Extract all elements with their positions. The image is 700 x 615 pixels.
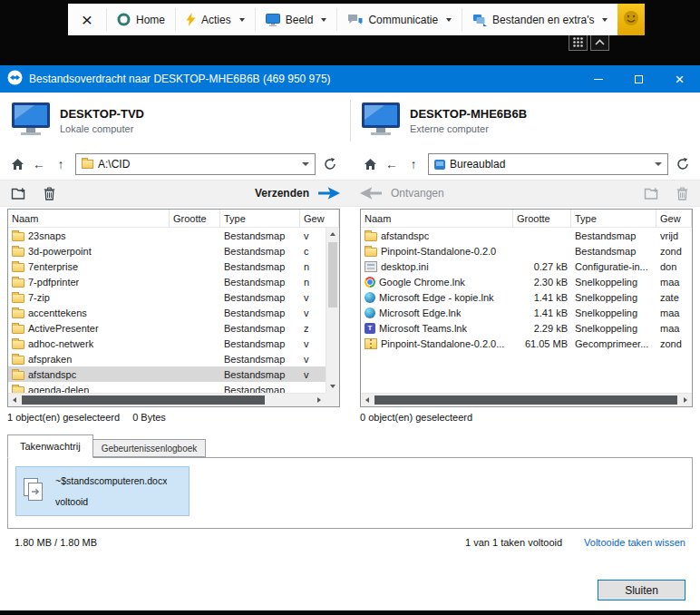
file-row[interactable]: accenttekensBestandsmapv xyxy=(8,305,326,320)
column-header-naam[interactable]: Naam xyxy=(361,210,513,227)
maximize-button[interactable] xyxy=(618,65,659,93)
toolbar-item-label: Bestanden en extra's xyxy=(492,14,594,26)
delete-icon[interactable] xyxy=(38,182,60,204)
new-folder-icon[interactable] xyxy=(640,182,662,204)
file-cell-type: Bestandsmap xyxy=(220,338,300,349)
scrollbar-thumb[interactable] xyxy=(374,395,677,405)
file-row[interactable]: adhoc-netwerkBestandsmapv xyxy=(8,336,326,351)
tab-takenwachtrij[interactable]: Takenwachtrij xyxy=(7,434,93,458)
horizontal-scrollbar[interactable] xyxy=(361,393,692,406)
titlebar[interactable]: Bestandsoverdracht naar DESKTOP-MHE6B6B … xyxy=(0,65,700,93)
delete-icon[interactable] xyxy=(671,182,693,204)
folder-icon xyxy=(12,232,24,241)
clear-finished-tasks-link[interactable]: Voltooide taken wissen xyxy=(584,537,685,548)
action-row: Verzenden Ontvangen xyxy=(0,180,700,207)
file-row[interactable]: ActivePresenterBestandsmapz xyxy=(8,320,326,336)
remote-path-combobox[interactable]: Bureaublad xyxy=(428,153,668,175)
file-cell-mod: v xyxy=(300,369,326,380)
file-row[interactable]: Pinpoint-Standalone-0.2.0...61.05 MBGeco… xyxy=(361,336,692,351)
file-cell-size: 2.29 kB xyxy=(513,323,571,334)
file-row[interactable]: Microsoft Edge - kopie.lnk1.41 kBSnelkop… xyxy=(361,289,692,305)
receive-button[interactable] xyxy=(360,182,382,204)
vertical-scrollbar[interactable] xyxy=(326,228,339,393)
toolbar-item-communicatie[interactable]: Communicatie xyxy=(337,4,462,35)
file-row[interactable]: 7-pdfprinterBestandsmapn xyxy=(8,274,326,289)
scroll-left-icon[interactable] xyxy=(13,397,16,403)
file-cell-name: 23snaps xyxy=(8,230,170,241)
refresh-icon[interactable] xyxy=(673,154,693,174)
smiley-icon xyxy=(623,10,639,30)
close-button[interactable]: × xyxy=(659,65,700,93)
file-row[interactable]: 23snapsBestandsmapv xyxy=(8,228,326,243)
folder-icon xyxy=(12,309,24,318)
up-icon[interactable]: ↑ xyxy=(51,154,71,174)
file-row[interactable]: agenda-delenBestandsmap xyxy=(8,382,326,393)
sluiten-button[interactable]: Sluiten xyxy=(598,580,685,600)
new-folder-icon[interactable] xyxy=(7,182,29,204)
scroll-left-icon[interactable] xyxy=(365,397,369,403)
tab-gebeurtenissenlogboek[interactable]: Gebeurtenissenlogboek xyxy=(93,439,207,457)
local-path-combobox[interactable]: A:\CID xyxy=(75,153,316,175)
column-header-gewijzigd[interactable]: Gew xyxy=(300,210,339,227)
grid-icon[interactable] xyxy=(569,34,588,51)
scroll-up-icon[interactable] xyxy=(330,232,335,236)
toolbar-item-beeld[interactable]: Beeld xyxy=(256,4,337,35)
file-row[interactable]: 7enterpriseBestandsmapn xyxy=(8,259,326,274)
file-row[interactable]: desktop.ini0.27 kBConfiguratie-in...don xyxy=(361,259,692,274)
up-icon[interactable]: ↑ xyxy=(403,154,423,174)
local-computer-name: DESKTOP-TVD xyxy=(60,107,144,121)
file-name: Microsoft Edge - kopie.lnk xyxy=(379,292,494,303)
file-cell-mod: maa xyxy=(656,308,692,318)
column-header-naam[interactable]: Naam xyxy=(8,210,170,227)
file-row[interactable]: Microsoft Teams.lnk2.29 kBSnelkoppelingm… xyxy=(361,320,692,336)
file-name: 7-pdfprinter xyxy=(28,277,79,288)
refresh-icon[interactable] xyxy=(320,154,340,174)
column-header-type[interactable]: Type xyxy=(571,210,656,227)
local-file-list-body: 23snapsBestandsmapv3d-powerpointBestands… xyxy=(8,228,326,393)
files-share-icon xyxy=(472,14,487,26)
back-icon[interactable]: ← xyxy=(29,154,49,174)
task-item[interactable]: ~$standscomputeren.docx voltooid xyxy=(15,466,190,516)
scrollbar-thumb[interactable] xyxy=(328,242,337,308)
column-header-type[interactable]: Type xyxy=(220,210,300,227)
home-icon[interactable] xyxy=(7,154,27,174)
home-icon[interactable] xyxy=(360,154,380,174)
file-row[interactable]: 7-zipBestandsmapv xyxy=(8,289,326,305)
back-icon[interactable]: ← xyxy=(382,154,402,174)
remote-actions: Ontvangen xyxy=(360,181,693,206)
scroll-down-icon[interactable] xyxy=(330,385,335,388)
scroll-right-icon[interactable] xyxy=(317,397,321,403)
file-name: Google Chrome.lnk xyxy=(379,277,465,288)
file-row[interactable]: 3d-powerpointBestandsmapc xyxy=(8,243,326,259)
file-lists: Naam Grootte Type Gew 23snapsBestandsmap… xyxy=(0,209,700,407)
file-cell-mod: v xyxy=(300,230,326,241)
minimize-button[interactable] xyxy=(578,65,618,93)
file-row[interactable]: afstandspcBestandsmapvrijd xyxy=(361,228,692,243)
column-header-grootte[interactable]: Grootte xyxy=(170,210,220,227)
toolbar-item-acties[interactable]: Acties xyxy=(176,4,255,35)
collapse-toolbar-icon[interactable] xyxy=(590,34,609,51)
file-row[interactable]: afsprakenBestandsmapv xyxy=(8,351,326,366)
file-cell-size: 2.30 kB xyxy=(513,277,571,288)
column-header-grootte[interactable]: Grootte xyxy=(513,210,571,227)
toolbar-item-home[interactable]: Home xyxy=(107,4,175,35)
send-button[interactable] xyxy=(318,182,340,204)
file-row[interactable]: Google Chrome.lnk2.30 kBSnelkoppelingmaa xyxy=(361,274,692,289)
close-session-button[interactable]: × xyxy=(68,4,106,35)
file-cell-name: 7-pdfprinter xyxy=(8,277,170,288)
folder-icon xyxy=(12,325,24,334)
column-header-gewijzigd[interactable]: Gew xyxy=(656,210,692,227)
scroll-right-icon[interactable] xyxy=(684,397,687,403)
file-cell-mod: zond xyxy=(656,338,692,349)
scrollbar-thumb[interactable] xyxy=(22,395,265,405)
transfer-progress: 1.80 MB / 1.80 MB xyxy=(15,537,97,548)
file-cell-name: Microsoft Edge.lnk xyxy=(361,308,513,318)
file-row[interactable]: Pinpoint-Standalone-0.2.0Bestandsmapzond xyxy=(361,243,692,259)
feedback-smiley-button[interactable] xyxy=(617,4,645,35)
file-row[interactable]: afstandspcBestandsmapv xyxy=(8,366,326,382)
task-tabs: Takenwachtrij Gebeurtenissenlogboek xyxy=(7,434,693,457)
file-row[interactable]: Microsoft Edge.lnk1.41 kBSnelkoppelingma… xyxy=(361,305,692,320)
file-cell-name: ActivePresenter xyxy=(8,323,170,334)
horizontal-scrollbar[interactable] xyxy=(8,393,326,406)
toolbar-item-bestanden-en-extras[interactable]: Bestanden en extra's xyxy=(462,4,617,35)
